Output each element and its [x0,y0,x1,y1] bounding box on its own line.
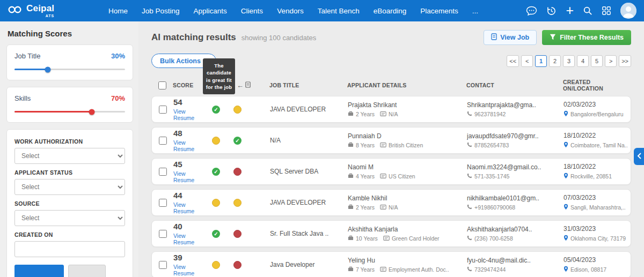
nav-item[interactable]: ... [472,7,478,15]
nav-item[interactable]: Clients [241,7,263,15]
created-date: 02/03/2023 [564,101,631,108]
history-icon[interactable] [546,6,557,16]
resume-match-icon[interactable] [233,261,241,269]
row-checkbox[interactable] [159,261,167,269]
row-checkbox[interactable] [159,168,167,176]
expand-panel-toggle[interactable] [634,148,644,165]
pagination-button[interactable]: 3 [563,55,575,67]
header-job-title: JOB TITLE [260,82,338,88]
sidebar-primary-button[interactable] [14,265,64,277]
slider-handle[interactable] [45,66,50,72]
resume-match-icon[interactable]: ✓ [233,137,241,145]
view-resume-link[interactable]: View Resume [173,139,208,152]
select-all-checkbox[interactable] [158,81,166,89]
profile-match-icon[interactable] [212,261,220,269]
slider-handle[interactable] [89,109,95,115]
nav-item[interactable]: Talent Bench [318,7,360,15]
slider-label: Job Title [14,52,40,60]
filter-label: SOURCE [14,200,125,207]
brand-logo[interactable]: Ceipal ATS [8,4,88,18]
row-checkbox[interactable] [159,106,167,114]
header-applicant-details: APPLICANT DETAILS [338,82,457,88]
nav-item[interactable]: Job Posting [142,7,180,15]
id-card-icon [380,204,386,211]
view-job-button[interactable]: View Job [484,30,537,45]
sidebar-secondary-button[interactable] [68,265,106,277]
resume-match-icon[interactable] [233,168,241,176]
nav-item[interactable]: Applicants [194,7,227,15]
slider-track[interactable] [14,111,125,113]
applicant-phone: +919860790068 [474,204,515,211]
resume-match-icon[interactable] [233,199,241,207]
created-date: 05/04/2023 [564,256,631,264]
slider-label: Skills [14,94,31,102]
resume-match-icon[interactable] [233,106,241,114]
view-resume-link[interactable]: View Resume [173,264,208,276]
slider-fill [14,69,48,70]
view-job-label: View Job [500,34,529,41]
profile-match-icon[interactable]: ✓ [212,230,220,238]
match-score: 39 [173,253,208,262]
filter-results-button[interactable]: Filter These Results [542,30,631,45]
profile-match-icon[interactable]: ✓ [212,106,220,114]
chat-icon[interactable] [526,6,537,16]
pagination-button[interactable]: 4 [577,55,589,67]
match-tooltip: The candidate is great fit for the job [203,58,235,94]
briefcase-icon [348,204,354,211]
pagination-button[interactable]: > [605,55,617,67]
applicant-email: Shrikantprajakta@gma.. [467,101,554,109]
id-card-icon [380,111,386,117]
match-score: 45 [173,160,208,169]
view-resume-link[interactable]: View Resume [173,233,208,245]
apps-grid-icon[interactable] [602,6,611,16]
view-resume-link[interactable]: View Resume [173,201,208,214]
pagination-button[interactable]: 2 [549,55,561,67]
row-checkbox[interactable] [159,137,167,145]
search-icon[interactable] [583,6,592,16]
nav-right-icons: + [526,3,636,19]
row-checkbox[interactable] [159,230,167,238]
results-count: showing 100 candidates [241,34,317,42]
match-score: 40 [173,222,208,231]
filter-select[interactable]: Select [14,179,125,195]
nav-item[interactable]: eBoarding [374,7,407,15]
profile-match-icon[interactable] [212,137,220,145]
top-navbar: Ceipal ATS HomeJob PostingApplicantsClie… [0,0,644,21]
result-row: 45 View Resume ✓ SQL Server DBA Naomi M [151,158,631,185]
pagination-button[interactable]: 1 [535,55,547,67]
work-authorization: Green Card Holder [392,235,440,242]
row-checkbox[interactable] [159,199,167,207]
profile-match-icon[interactable]: ✓ [212,168,220,176]
match-score: 54 [173,98,208,107]
slider-track[interactable] [14,69,125,70]
filter-select[interactable]: Select [14,210,125,226]
pagination-button[interactable]: < [521,55,533,67]
id-card-icon [380,142,386,148]
filter-label: CREATED ON [14,231,125,238]
nav-item[interactable]: Vendors [277,7,304,15]
filter-group: WORK AUTHORIZATION Select [14,138,125,164]
filter-select[interactable]: Select [14,148,125,164]
view-resume-link[interactable]: View Resume [173,108,208,121]
applicant-phone: 87852654783 [474,142,509,148]
add-icon[interactable]: + [566,5,574,16]
resume-match-icon[interactable] [233,230,241,238]
profile-match-icon[interactable] [212,199,220,207]
pagination-button[interactable]: << [507,55,519,67]
nav-item[interactable]: Placements [420,7,458,15]
matching-score-card: Job Title 30% [6,44,133,80]
filter-input[interactable] [14,241,125,257]
filter-label: WORK AUTHORIZATION [14,138,125,145]
pagination-button[interactable]: 5 [591,55,603,67]
applicant-location: Bangalore/Bengaluru [570,111,624,117]
view-resume-link[interactable]: View Resume [173,170,208,183]
pagination-button[interactable]: >> [619,55,631,67]
user-avatar[interactable] [620,3,636,19]
job-title: JAVA DEVELOPER [270,106,338,113]
created-date: 07/03/2023 [564,194,631,201]
table-header: SCORE ← JOB TITLE APPLICANT DETAILS CONT… [151,74,631,96]
applicant-name: Punnaiah D [348,132,457,140]
nav-item[interactable]: Home [108,7,128,15]
applicant-email: Akshithakanjarla0704.. [467,226,554,233]
arrow-left-icon: ← [237,81,244,89]
